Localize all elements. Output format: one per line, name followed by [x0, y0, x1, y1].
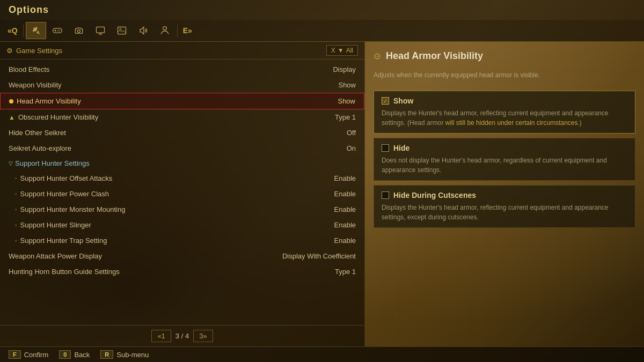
- setting-row-1[interactable]: Weapon Visibility Show: [0, 77, 364, 93]
- option-header: Hide During Cutscenes: [382, 191, 627, 200]
- tab-image[interactable]: [112, 22, 132, 39]
- tab-prev[interactable]: «Q: [4, 25, 21, 36]
- selected-indicator: [9, 99, 13, 104]
- setting-name-label: Support Hunter Offset Attacks: [20, 174, 113, 182]
- setting-row-3[interactable]: ▲Obscured Hunter Visibility Type 1: [0, 109, 364, 125]
- option-label: Show: [393, 97, 413, 105]
- setting-row-0[interactable]: Blood Effects Display: [0, 62, 364, 77]
- setting-name-label: Support Hunter Power Clash: [20, 190, 109, 198]
- settings-panel: ⚙ Game Settings X ▼ All Blood Effects Di…: [0, 42, 365, 346]
- tab-sep-1: [23, 24, 24, 37]
- setting-name: Hunting Horn Button Guide Settings: [9, 268, 120, 276]
- tab-camera[interactable]: [69, 22, 89, 39]
- key-badge-back: 0: [59, 350, 71, 359]
- setting-name-label: Seikret Auto-explore: [9, 144, 71, 152]
- detail-panel: ⊙ Head Armor Visibility Adjusts when the…: [365, 42, 644, 346]
- sub-bullet: ◦: [15, 175, 17, 181]
- setting-name-label: Hide Other Seikret: [9, 129, 66, 137]
- tab-sound[interactable]: [133, 22, 153, 39]
- setting-row-12[interactable]: Weapon Attack Power Display Display With…: [0, 248, 364, 264]
- tab-next[interactable]: E»: [180, 25, 195, 36]
- tab-person[interactable]: [155, 22, 175, 39]
- tab-bar: «Q: [0, 20, 644, 42]
- camera-icon: [74, 25, 84, 36]
- setting-value: Show: [338, 97, 355, 105]
- tab-sep-2: [177, 24, 178, 37]
- setting-value: Enable: [334, 205, 356, 213]
- setting-value: Enable: [334, 174, 356, 182]
- section-label: Support Hunter Settings: [15, 159, 90, 167]
- bottom-bar: F Confirm 0 Back R Sub-menu: [0, 346, 644, 362]
- header: Options: [0, 0, 644, 20]
- setting-row-11[interactable]: ◦Support Hunter Trap Setting Enable: [0, 233, 364, 248]
- svg-rect-0: [53, 28, 62, 33]
- setting-row-9[interactable]: ◦Support Hunter Monster Mounting Enable: [0, 202, 364, 217]
- option-checkbox[interactable]: [382, 191, 389, 199]
- main-content: ⚙ Game Settings X ▼ All Blood Effects Di…: [0, 42, 644, 346]
- action-label-back: Back: [74, 351, 90, 359]
- svg-rect-2: [54, 31, 56, 31]
- setting-name-label: Hunting Horn Button Guide Settings: [9, 268, 120, 276]
- setting-name: ◦Support Hunter Trap Setting: [9, 237, 107, 245]
- setting-row-4[interactable]: Hide Other Seikret Off: [0, 125, 364, 141]
- option-description: Does not display the Hunter's head armor…: [382, 156, 627, 175]
- sub-bullet: ◦: [15, 222, 17, 228]
- option-card-0[interactable]: Show Displays the Hunter's head armor, r…: [374, 91, 635, 134]
- option-description: Displays the Hunter's head armor, reflec…: [382, 108, 627, 128]
- settings-filter[interactable]: X ▼ All: [326, 45, 358, 56]
- option-label: Hide: [393, 144, 409, 152]
- setting-name: Weapon Attack Power Display: [9, 252, 102, 260]
- bottom-action-back[interactable]: 0 Back: [59, 350, 90, 359]
- svg-point-6: [77, 29, 80, 32]
- page-prev-button[interactable]: «1: [151, 330, 171, 342]
- svg-rect-7: [96, 27, 104, 33]
- option-card-1[interactable]: Hide Does not display the Hunter's head …: [374, 138, 635, 181]
- setting-row-13[interactable]: Hunting Horn Button Guide Settings Type …: [0, 264, 364, 279]
- setting-name-label: Support Hunter Monster Mounting: [20, 205, 126, 213]
- setting-value: Display With Coefficient: [282, 252, 356, 260]
- setting-value: Enable: [334, 237, 356, 245]
- setting-row-5[interactable]: Seikret Auto-explore On: [0, 141, 364, 156]
- tab-controller[interactable]: [47, 22, 68, 39]
- setting-value: Display: [333, 65, 356, 73]
- key-badge-confirm: F: [9, 350, 21, 359]
- page-title: Options: [9, 4, 49, 16]
- setting-value: Off: [347, 129, 356, 137]
- option-header: Hide: [382, 144, 627, 152]
- monitor-icon: [95, 25, 106, 36]
- setting-row-8[interactable]: ◦Support Hunter Power Clash Enable: [0, 186, 364, 202]
- person-icon: [159, 25, 170, 36]
- sub-bullet: ◦: [15, 206, 17, 212]
- action-label-confirm: Confirm: [24, 351, 49, 359]
- svg-point-3: [58, 29, 59, 31]
- tab-game-settings[interactable]: [26, 22, 46, 39]
- option-cards: Show Displays the Hunter's head armor, r…: [374, 91, 635, 232]
- setting-name: Weapon Visibility: [9, 81, 62, 89]
- svg-point-9: [120, 28, 121, 30]
- setting-value: Type 1: [335, 268, 356, 276]
- bottom-action-confirm[interactable]: F Confirm: [9, 350, 48, 359]
- page-info: 3 / 4: [175, 332, 189, 340]
- option-checkbox[interactable]: [382, 97, 389, 105]
- item-special-icon: ▲: [9, 114, 15, 121]
- setting-name: ◦Support Hunter Power Clash: [9, 190, 109, 198]
- setting-name-label: Support Hunter Trap Setting: [20, 237, 107, 245]
- setting-row-2[interactable]: Head Armor Visibility Show: [0, 93, 364, 109]
- setting-name-label: Blood Effects: [9, 65, 49, 73]
- setting-row-7[interactable]: ◦Support Hunter Offset Attacks Enable: [0, 171, 364, 186]
- controller-icon: [52, 25, 63, 36]
- svg-point-10: [163, 27, 166, 31]
- page-next-button[interactable]: 3»: [193, 330, 213, 342]
- bottom-action-sub-menu[interactable]: R Sub-menu: [100, 350, 149, 359]
- option-header: Show: [382, 97, 627, 105]
- filter-clear-button[interactable]: X ▼ All: [326, 45, 358, 56]
- option-checkbox[interactable]: [382, 144, 389, 152]
- setting-value: Enable: [334, 190, 356, 198]
- settings-category: ⚙ Game Settings: [6, 47, 62, 55]
- svg-point-4: [59, 31, 60, 32]
- setting-row-10[interactable]: ◦Support Hunter Slinger Enable: [0, 217, 364, 233]
- tab-monitor[interactable]: [90, 22, 111, 39]
- setting-name: Seikret Auto-explore: [9, 144, 71, 152]
- setting-name: ◦Support Hunter Monster Mounting: [9, 205, 125, 213]
- option-card-2[interactable]: Hide During Cutscenes Displays the Hunte…: [374, 185, 635, 228]
